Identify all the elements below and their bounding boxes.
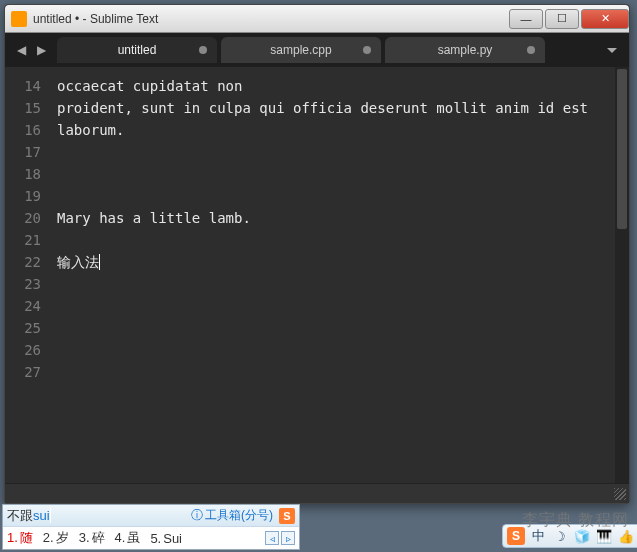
tab-untitled[interactable]: untitled xyxy=(57,37,217,63)
code-line[interactable] xyxy=(57,339,607,361)
tab-history-back-icon[interactable]: ◀ xyxy=(13,42,29,58)
line-number: 24 xyxy=(5,295,41,317)
line-number-gutter: 1415161718192021222324252627 xyxy=(5,67,49,483)
tab-label: untitled xyxy=(118,43,157,57)
info-icon: ⓘ xyxy=(191,507,203,524)
code-line[interactable]: 输入法 xyxy=(57,251,607,273)
resize-grip-icon[interactable] xyxy=(614,488,626,500)
ime-candidate[interactable]: 2.岁 xyxy=(43,529,69,547)
candidate-word: 随 xyxy=(20,530,33,545)
tab-label: sample.py xyxy=(438,43,493,57)
candidate-index: 2. xyxy=(43,530,54,545)
line-number: 20 xyxy=(5,207,41,229)
candidate-word: 岁 xyxy=(56,530,69,545)
tab-overflow-icon[interactable] xyxy=(607,48,617,53)
line-number: 21 xyxy=(5,229,41,251)
line-number: 18 xyxy=(5,163,41,185)
code-line[interactable] xyxy=(57,295,607,317)
line-number: 15 xyxy=(5,97,41,119)
maximize-button[interactable]: ☐ xyxy=(545,9,579,29)
candidate-word: 碎 xyxy=(92,530,105,545)
ime-candidate[interactable]: 3.碎 xyxy=(79,529,105,547)
line-number: 14 xyxy=(5,75,41,97)
code-line[interactable] xyxy=(57,383,607,405)
code-line[interactable] xyxy=(57,361,607,383)
candidate-index: 1. xyxy=(7,530,18,545)
scrollbar-thumb[interactable] xyxy=(617,69,627,229)
code-line[interactable] xyxy=(57,141,607,163)
app-icon xyxy=(11,11,27,27)
code-line[interactable] xyxy=(57,273,607,295)
tab-bar: ◀ ▶ untitledsample.cppsample.py xyxy=(5,33,629,67)
code-editor[interactable]: occaecat cupidatat nonproident, sunt in … xyxy=(49,67,615,483)
candidate-index: 5. xyxy=(150,531,161,546)
candidate-index: 4. xyxy=(115,530,126,545)
status-bar xyxy=(5,483,629,503)
ime-page-next-icon[interactable]: ▹ xyxy=(281,531,295,545)
line-number: 26 xyxy=(5,339,41,361)
tab-sample-py[interactable]: sample.py xyxy=(385,37,545,63)
watermark-text: 李宇典 教程网 xyxy=(522,510,629,531)
ime-composition: 不跟sui xyxy=(7,507,51,525)
tab-list: untitledsample.cppsample.py xyxy=(57,37,601,63)
code-line[interactable] xyxy=(57,185,607,207)
line-number: 27 xyxy=(5,361,41,383)
ime-page-prev-icon[interactable]: ◃ xyxy=(265,531,279,545)
line-number: 19 xyxy=(5,185,41,207)
dirty-indicator-icon xyxy=(199,46,207,54)
code-line[interactable]: occaecat cupidatat non xyxy=(57,75,607,97)
candidate-word: 虽 xyxy=(127,530,140,545)
line-number: 23 xyxy=(5,273,41,295)
ime-toolbox[interactable]: ⓘ 工具箱(分号) xyxy=(191,507,273,524)
line-number: 17 xyxy=(5,141,41,163)
dirty-indicator-icon xyxy=(363,46,371,54)
ime-composition-pinyin: sui xyxy=(33,508,50,523)
titlebar[interactable]: untitled • - Sublime Text — ☐ ✕ xyxy=(5,5,629,33)
minimize-button[interactable]: — xyxy=(509,9,543,29)
line-number: 22 xyxy=(5,251,41,273)
code-line[interactable]: proident, sunt in culpa qui officia dese… xyxy=(57,97,607,141)
close-button[interactable]: ✕ xyxy=(581,9,629,29)
candidate-word: Sui xyxy=(163,531,182,546)
code-line[interactable] xyxy=(57,229,607,251)
ime-candidate-window: 不跟sui ⓘ 工具箱(分号) S 1.随2.岁3.碎4.虽5.Sui◃▹ xyxy=(2,504,300,550)
ime-composition-row: 不跟sui ⓘ 工具箱(分号) S xyxy=(3,505,299,527)
ime-caret xyxy=(50,507,51,523)
ime-candidate[interactable]: 1.随 xyxy=(7,529,33,547)
ime-candidate[interactable]: 5.Sui xyxy=(150,531,182,546)
sogou-logo-icon: S xyxy=(279,508,295,524)
ime-composition-prefix: 不跟 xyxy=(7,508,33,523)
candidate-index: 3. xyxy=(79,530,90,545)
ime-candidate-row: 1.随2.岁3.碎4.虽5.Sui◃▹ xyxy=(3,527,299,549)
app-window: untitled • - Sublime Text — ☐ ✕ ◀ ▶ unti… xyxy=(4,4,630,504)
window-buttons: — ☐ ✕ xyxy=(507,9,629,29)
line-number: 25 xyxy=(5,317,41,339)
tab-history-forward-icon[interactable]: ▶ xyxy=(33,42,49,58)
text-caret xyxy=(99,254,100,270)
line-number: 16 xyxy=(5,119,41,141)
code-line[interactable] xyxy=(57,163,607,185)
dirty-indicator-icon xyxy=(527,46,535,54)
ime-paging: ◃▹ xyxy=(265,531,295,545)
code-line[interactable] xyxy=(57,317,607,339)
ime-toolbox-label: 工具箱(分号) xyxy=(205,507,273,524)
tab-label: sample.cpp xyxy=(270,43,331,57)
ime-candidate[interactable]: 4.虽 xyxy=(115,529,141,547)
editor-area: 1415161718192021222324252627 occaecat cu… xyxy=(5,67,629,483)
tab-sample-cpp[interactable]: sample.cpp xyxy=(221,37,381,63)
code-line[interactable]: Mary has a little lamb. xyxy=(57,207,607,229)
vertical-scrollbar[interactable] xyxy=(615,67,629,483)
window-title: untitled • - Sublime Text xyxy=(33,12,507,26)
